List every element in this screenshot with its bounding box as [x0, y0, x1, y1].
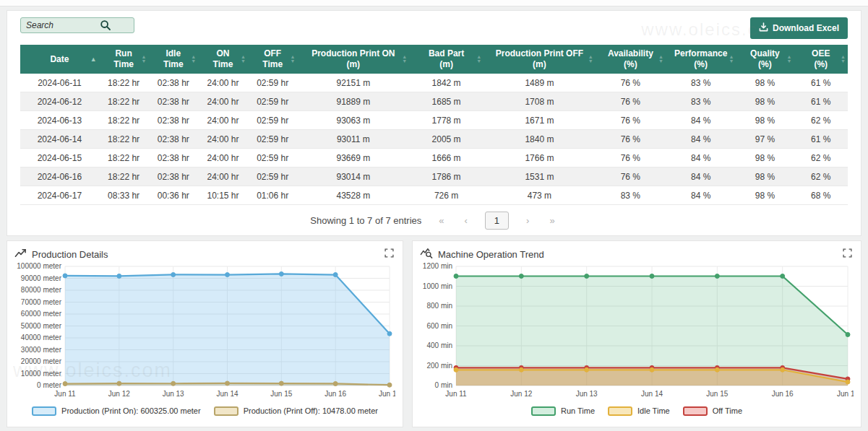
pagination-prev-button[interactable]: ‹ [462, 214, 470, 227]
sort-icon: ▲▼ [142, 55, 147, 64]
table-cell: 24:00 hr [198, 74, 248, 92]
table-cell: 43528 m [298, 186, 410, 205]
table-cell: 726 m [409, 186, 484, 205]
svg-text:Jun 14: Jun 14 [641, 390, 663, 398]
column-header-production-print-on[interactable]: Production Print ON (m)▲▼ [298, 45, 410, 74]
legend-item[interactable]: Production (Print Off): 10478.00 meter [214, 406, 378, 416]
table-cell: 84 % [666, 186, 736, 205]
table-cell: 02:38 hr [148, 167, 198, 186]
table-cell: 1842 m [409, 74, 484, 92]
legend-item[interactable]: Idle Time [608, 406, 670, 416]
sort-icon: ▲▼ [476, 55, 481, 64]
table-cell: 2024-06-17 [20, 186, 99, 205]
table-cell: 02:38 hr [148, 149, 198, 167]
table-cell: 02:59 hr [248, 149, 298, 167]
column-header-availability[interactable]: Availability (%)▲▼ [596, 45, 666, 74]
charts-row: www.oleics.com Production Details Jun 11… [7, 240, 861, 427]
legend-item[interactable]: Production (Print On): 600325.00 meter [32, 406, 201, 416]
legend-item[interactable]: Run Time [531, 406, 595, 416]
table-cell: 62 % [794, 167, 848, 186]
table-cell: 24:00 hr [198, 149, 248, 167]
sort-icon: ▲▼ [241, 55, 246, 64]
svg-text:50000 meter: 50000 meter [21, 322, 62, 330]
svg-text:Jun 17: Jun 17 [837, 390, 854, 398]
search-input[interactable] [20, 17, 134, 33]
column-header-run[interactable]: Run Time▲▼ [99, 45, 149, 74]
chart-header: Machine Operation Trend [420, 247, 854, 261]
table-cell: 18:22 hr [99, 74, 149, 92]
legend-label: Production (Print On): 600325.00 meter [61, 406, 201, 415]
production-table: Date▲Run Time▲▼Idle Time▲▼ON Time▲▼OFF T… [20, 45, 848, 205]
column-header-bad-part[interactable]: Bad Part (m)▲▼ [409, 45, 484, 74]
table-cell: 93669 m [298, 149, 410, 167]
table-row: 2024-06-1708:33 hr00:36 hr10:15 hr01:06 … [20, 186, 848, 205]
pagination-first-button[interactable]: « [436, 214, 447, 227]
chart-legend: Production (Print On): 600325.00 meterPr… [14, 403, 395, 419]
table-cell: 84 % [666, 111, 736, 130]
sort-icon: ▲ [90, 57, 97, 61]
table-row: 2024-06-1618:22 hr02:38 hr24:00 hr02:59 … [20, 167, 848, 186]
table-cell: 1531 m [484, 167, 596, 186]
table-cell: 24:00 hr [198, 130, 248, 149]
legend-swatch [214, 406, 239, 416]
column-header-production-print-off[interactable]: Production Print OFF (m)▲▼ [484, 45, 596, 74]
table-cell: 18:22 hr [99, 130, 149, 149]
sort-icon: ▲▼ [588, 55, 593, 64]
table-cell: 1766 m [484, 149, 596, 167]
table-cell: 18:22 hr [99, 149, 149, 167]
svg-text:Jun 15: Jun 15 [270, 390, 292, 398]
production-details-panel: www.oleics.com Production Details Jun 11… [7, 240, 403, 427]
expand-icon[interactable] [383, 247, 395, 261]
column-header-quality[interactable]: Quality (%)▲▼ [736, 45, 794, 74]
table-cell: 98 % [736, 111, 794, 130]
table-cell: 93011 m [298, 130, 410, 149]
column-header-on[interactable]: ON Time▲▼ [198, 45, 248, 74]
table-cell: 473 m [484, 186, 596, 205]
search-icon [100, 19, 111, 34]
column-label: Production Print ON (m) [311, 48, 395, 70]
table-cell: 2024-06-16 [20, 167, 99, 186]
table-cell: 2024-06-13 [20, 111, 99, 130]
table-cell: 76 % [596, 92, 666, 111]
column-header-oee[interactable]: OEE (%)▲▼ [794, 45, 848, 74]
pagination-page-button[interactable]: 1 [485, 212, 509, 230]
svg-text:0 meter: 0 meter [37, 381, 62, 389]
table-cell: 24:00 hr [198, 92, 248, 111]
column-header-idle[interactable]: Idle Time▲▼ [148, 45, 198, 74]
table-cell: 68 % [794, 186, 848, 205]
pagination-info: Showing 1 to 7 of 7 entries [310, 215, 421, 226]
chart-title: Production Details [32, 249, 108, 260]
pagination-last-button[interactable]: » [546, 214, 557, 227]
table-cell: 83 % [666, 92, 736, 111]
table-cell: 2024-06-15 [20, 149, 99, 167]
table-cell: 2024-06-14 [20, 130, 99, 149]
svg-text:20000 meter: 20000 meter [21, 357, 62, 365]
pagination-next-button[interactable]: › [523, 214, 532, 227]
machine-operation-panel: Machine Operation Trend Jun 11Jun 12Jun … [412, 240, 861, 427]
table-cell: 00:36 hr [148, 186, 198, 205]
svg-text:Jun 11: Jun 11 [54, 390, 76, 398]
download-excel-button[interactable]: Download Excel [750, 17, 848, 39]
column-header-off[interactable]: OFF Time▲▼ [248, 45, 298, 74]
table-cell: 1708 m [484, 92, 596, 111]
svg-text:Jun 16: Jun 16 [772, 390, 794, 398]
svg-text:600 min: 600 min [426, 322, 452, 330]
pagination: Showing 1 to 7 of 7 entries « ‹ 1 › » [20, 212, 848, 230]
table-cell: 98 % [736, 74, 794, 92]
table-cell: 2005 m [409, 130, 484, 149]
table-row: 2024-06-1318:22 hr02:38 hr24:00 hr02:59 … [20, 111, 848, 130]
legend-item[interactable]: Off Time [683, 406, 742, 416]
column-label: Performance (%) [674, 48, 727, 70]
table-cell: 1840 m [484, 130, 596, 149]
table-cell: 98 % [736, 92, 794, 111]
column-label: ON Time [213, 48, 233, 70]
column-header-date[interactable]: Date▲ [20, 45, 99, 74]
table-cell: 92151 m [298, 74, 410, 92]
table-cell: 08:33 hr [99, 186, 149, 205]
chart-title: Machine Operation Trend [438, 249, 544, 260]
expand-icon[interactable] [841, 247, 854, 261]
sort-icon: ▲▼ [402, 55, 407, 64]
column-header-performance[interactable]: Performance (%)▲▼ [666, 45, 736, 74]
table-toolbar: Download Excel [20, 17, 848, 42]
column-label: Availability (%) [608, 48, 653, 70]
